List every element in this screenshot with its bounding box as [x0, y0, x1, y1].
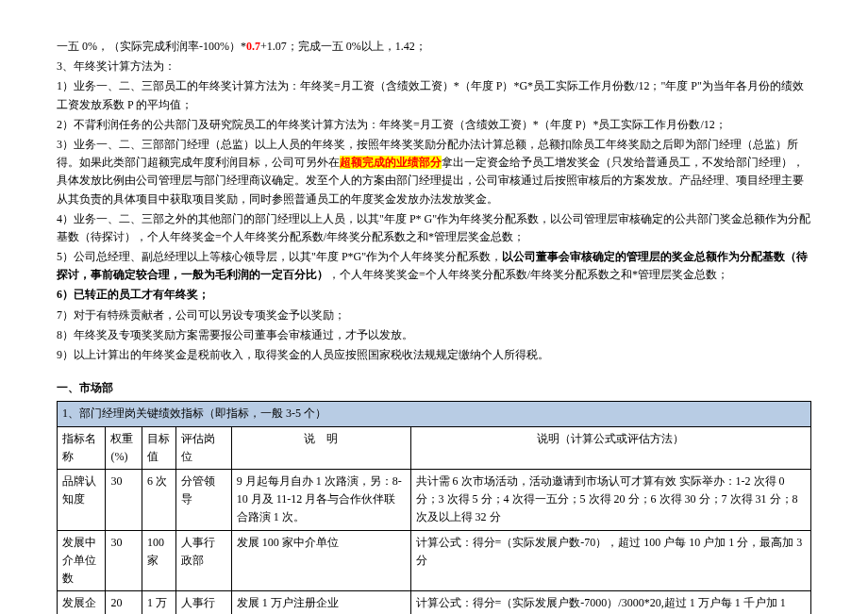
cell: 发展 100 家中介单位	[231, 530, 410, 591]
table-row: 发展企业户数 20 1 万户 人事行政部 发展 1 万户注册企业 计算公式：得分…	[58, 591, 811, 614]
table-title-row: 1、部门经理岗关键绩效指标（即指标，一般 3-5 个）	[58, 402, 811, 426]
cell: 发展 1 万户注册企业	[231, 591, 410, 614]
kpi-table: 1、部门经理岗关键绩效指标（即指标，一般 3-5 个） 指标名称 权重(%) 目…	[57, 401, 811, 614]
table-row: 品牌认知度 30 6 次 分管领导 9 月起每月自办 1 次路演，另：8-10 …	[58, 469, 811, 530]
paragraph-10: 9）以上计算出的年终奖金是税前收入，取得奖金的人员应按照国家税收法规规定缴纳个人…	[57, 346, 811, 364]
cell: 30	[106, 530, 142, 591]
cell: 计算公式：得分=（实际发展户数-70），超过 100 户每 10 户加 1 分，…	[410, 530, 810, 591]
cell: 20	[106, 591, 142, 614]
p6-text-c: ，个人年终奖奖金=个人年终奖分配系数/年终奖分配系数之和*管理层奖金总数；	[328, 268, 728, 281]
paragraph-6: 5）公司总经理、副总经理以上等核心领导层，以其"年度 P*G"作为个人年终奖分配…	[57, 248, 811, 284]
paragraph-8: 7）对于有特殊贡献者，公司可以另设专项奖金予以奖励；	[57, 307, 811, 324]
cell: 发展中介单位数	[58, 530, 106, 591]
paragraph-9: 8）年终奖及专项奖奖励方案需要报公司董事会审核通过，才予以发放。	[57, 326, 811, 344]
cell: 共计需 6 次市场活动，活动邀请到市场认可才算有效 实际举办：1-2 次得 0 …	[410, 469, 810, 530]
cell: 人事行政部	[176, 530, 232, 591]
cell: 9 月起每月自办 1 次路演，另：8-10 月及 11-12 月各与合作伙伴联合…	[231, 469, 410, 530]
cell: 计算公式：得分=（实际发展户数-7000）/3000*20,超过 1 万户每 1…	[410, 591, 810, 614]
p0-text-a: 一五 0%，（实际完成利润率-100%）*	[57, 40, 246, 53]
table-title: 1、部门经理岗关键绩效指标（即指标，一般 3-5 个）	[58, 402, 811, 426]
th-1: 权重(%)	[106, 426, 142, 469]
th-4: 说 明	[231, 426, 410, 469]
cell: 30	[106, 469, 142, 530]
cell: 人事行政部	[176, 591, 232, 614]
p0-text-c: +1.07；完成一五 0%以上，1.42；	[260, 40, 426, 53]
cell: 发展企业户数	[58, 591, 106, 614]
cell: 分管领导	[176, 469, 232, 530]
cell: 100 家	[142, 530, 175, 591]
paragraph-5: 4）业务一、二、三部之外的其他部门的部门经理以上人员，以其"年度 P* G"作为…	[57, 210, 811, 246]
section-title: 一、市场部	[57, 379, 811, 397]
th-0: 指标名称	[58, 426, 106, 469]
th-3: 评估岗位	[176, 426, 232, 469]
table-row: 发展中介单位数 30 100 家 人事行政部 发展 100 家中介单位 计算公式…	[58, 530, 811, 591]
p4-highlight: 超额完成的业绩部分	[340, 156, 442, 169]
cell: 1 万户	[142, 591, 175, 614]
paragraph-2: 1）业务一、二、三部员工的年终奖计算方法为：年终奖=月工资（含绩效工资）*（年度…	[57, 77, 811, 113]
paragraph-3: 2）不背利润任务的公共部门及研究院员工的年终奖计算方法为：年终奖=月工资（含绩效…	[57, 116, 811, 134]
th-5: 说明（计算公式或评估方法）	[410, 426, 810, 469]
paragraph-7: 6）已转正的员工才有年终奖；	[57, 286, 811, 304]
th-2: 目标值	[142, 426, 175, 469]
paragraph-1: 3、年终奖计算方法为：	[57, 58, 811, 75]
paragraph-0: 一五 0%，（实际完成利润率-100%）*0.7+1.07；完成一五 0%以上，…	[57, 38, 811, 56]
table-header-row: 指标名称 权重(%) 目标值 评估岗位 说 明 说明（计算公式或评估方法）	[58, 426, 811, 469]
paragraph-4: 3）业务一、二、三部部门经理（总监）以上人员的年终奖，按照年终奖奖励分配办法计算…	[57, 136, 811, 208]
p0-highlight: 0.7	[246, 40, 260, 53]
cell: 6 次	[142, 469, 175, 530]
p6-text-a: 5）公司总经理、副总经理以上等核心领导层，以其"年度 P*G"作为个人年终奖分配…	[57, 250, 502, 263]
cell: 品牌认知度	[58, 469, 106, 530]
